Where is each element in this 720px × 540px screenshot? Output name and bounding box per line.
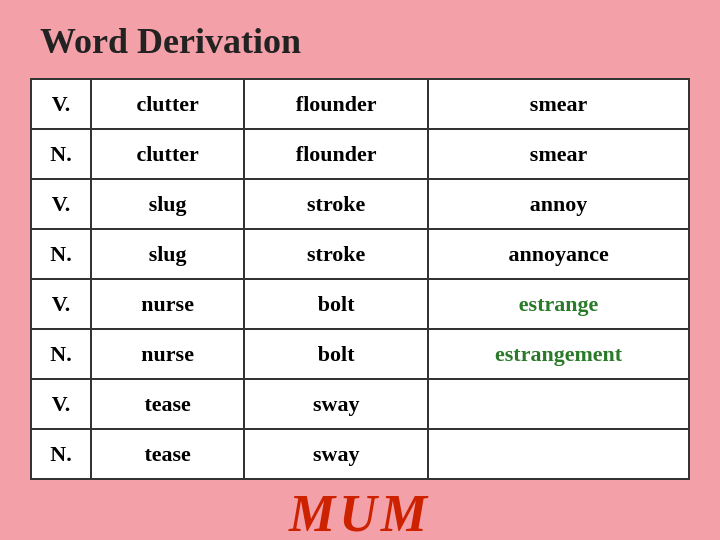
cell-pos: V.: [31, 179, 91, 229]
cell-col3: annoy: [428, 179, 689, 229]
table-row: V.slugstrokeannoy: [31, 179, 689, 229]
mum-watermark: MUM: [289, 484, 431, 540]
cell-pos: V.: [31, 279, 91, 329]
cell-col1: slug: [91, 179, 244, 229]
cell-col1: nurse: [91, 279, 244, 329]
cell-col2: sway: [244, 379, 428, 429]
cell-col1: tease: [91, 379, 244, 429]
cell-col3: smear: [428, 79, 689, 129]
table-row: V.nurseboltestrange: [31, 279, 689, 329]
cell-col2: bolt: [244, 329, 428, 379]
cell-col1: clutter: [91, 79, 244, 129]
cell-col3: estrangement: [428, 329, 689, 379]
table-row: N.slugstrokeannoyance: [31, 229, 689, 279]
cell-col1: clutter: [91, 129, 244, 179]
cell-pos: V.: [31, 379, 91, 429]
cell-col2: flounder: [244, 79, 428, 129]
cell-col1: tease: [91, 429, 244, 479]
word-derivation-table: V.clutterfloundersmearN.clutterflounders…: [30, 78, 690, 480]
cell-col2: sway: [244, 429, 428, 479]
cell-col3: annoyance: [428, 229, 689, 279]
cell-pos: N.: [31, 429, 91, 479]
table-row: V.teasesway: [31, 379, 689, 429]
cell-col2: stroke: [244, 179, 428, 229]
cell-pos: N.: [31, 229, 91, 279]
cell-col2: bolt: [244, 279, 428, 329]
table-row: V.clutterfloundersmear: [31, 79, 689, 129]
cell-col2: stroke: [244, 229, 428, 279]
cell-pos: V.: [31, 79, 91, 129]
table-row: N.teasesway: [31, 429, 689, 479]
table-row: N.clutterfloundersmear: [31, 129, 689, 179]
cell-col3: [428, 429, 689, 479]
cell-pos: N.: [31, 129, 91, 179]
cell-col1: slug: [91, 229, 244, 279]
cell-pos: N.: [31, 329, 91, 379]
page-title: Word Derivation: [40, 20, 301, 62]
cell-col2: flounder: [244, 129, 428, 179]
cell-col3: smear: [428, 129, 689, 179]
table-row: N.nurseboltestrangement: [31, 329, 689, 379]
cell-col3: [428, 379, 689, 429]
cell-col1: nurse: [91, 329, 244, 379]
cell-col3: estrange: [428, 279, 689, 329]
